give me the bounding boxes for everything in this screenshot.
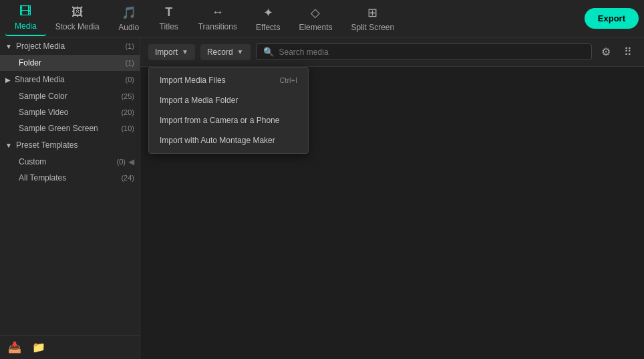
search-icon: 🔍 — [263, 47, 274, 57]
sidebar-item-custom[interactable]: Custom (0) ◀ — [0, 154, 140, 170]
split-screen-icon: ⊞ — [367, 5, 377, 20]
media-icon: 🎞 — [19, 5, 31, 19]
nav-item-elements[interactable]: ◇ Elements — [289, 1, 341, 36]
sidebar-section-preset-templates[interactable]: ▼ Preset Templates — [0, 136, 140, 154]
effects-icon: ✦ — [263, 5, 273, 20]
top-nav: 🎞 Media 🖼 Stock Media 🎵 Audio T Titles ↔… — [0, 0, 644, 37]
grid-view-button[interactable]: ⠿ — [620, 43, 636, 61]
arrow-down-icon-2: ▼ — [5, 142, 12, 149]
sidebar-item-all-templates[interactable]: All Templates (24) — [0, 170, 140, 186]
titles-icon: T — [165, 5, 172, 19]
sidebar-section-shared-media[interactable]: ▶ Shared Media (0) — [0, 71, 140, 88]
import-camera-phone-item[interactable]: Import from a Camera or a Phone — [149, 110, 308, 130]
nav-item-media[interactable]: 🎞 Media — [5, 1, 46, 36]
new-folder-button[interactable]: 📁 — [32, 341, 45, 354]
record-button[interactable]: Record ▼ — [200, 44, 251, 60]
filter-button[interactable]: ⚙ — [597, 43, 615, 61]
sidebar-section-project-media[interactable]: ▼ Project Media (1) — [0, 37, 140, 55]
record-chevron-icon: ▼ — [237, 48, 244, 55]
import-chevron-icon: ▼ — [182, 48, 188, 55]
nav-item-effects[interactable]: ✦ Effects — [247, 1, 289, 36]
add-media-button[interactable]: 📥 — [8, 341, 21, 354]
nav-item-stock-media[interactable]: 🖼 Stock Media — [46, 1, 109, 35]
stock-media-icon: 🖼 — [71, 5, 84, 19]
elements-icon: ◇ — [311, 5, 320, 20]
export-button[interactable]: Export — [585, 8, 639, 29]
sidebar-item-sample-green-screen[interactable]: Sample Green Screen (10) — [0, 120, 140, 136]
search-bar: 🔍 — [256, 43, 592, 60]
nav-item-audio[interactable]: 🎵 Audio — [109, 1, 149, 36]
audio-icon: 🎵 — [122, 5, 136, 20]
chevron-left-icon: ◀ — [128, 157, 134, 166]
nav-item-transitions[interactable]: ↔ Transitions — [189, 1, 247, 35]
import-media-files-item[interactable]: Import Media Files Ctrl+I — [149, 70, 308, 90]
sidebar-footer: 📥 📁 — [0, 335, 140, 359]
import-button[interactable]: Import ▼ — [148, 44, 195, 60]
sidebar-item-folder[interactable]: Folder (1) — [0, 55, 140, 71]
arrow-down-icon: ▼ — [5, 43, 12, 50]
nav-item-titles[interactable]: T Titles — [149, 1, 189, 35]
sidebar-item-sample-video[interactable]: Sample Video (20) — [0, 104, 140, 120]
content-area: Import ▼ Record ▼ 🔍 ⚙ ⠿ Import Media Fil… — [140, 37, 644, 359]
nav-item-split-screen[interactable]: ⊞ Split Screen — [341, 1, 404, 36]
main-layout: ▼ Project Media (1) Folder (1) ▶ Shared … — [0, 37, 644, 359]
sidebar: ▼ Project Media (1) Folder (1) ▶ Shared … — [0, 37, 140, 359]
search-input[interactable] — [279, 47, 585, 57]
sidebar-item-sample-color[interactable]: Sample Color (25) — [0, 88, 140, 104]
import-auto-montage-item[interactable]: Import with Auto Montage Maker — [149, 130, 308, 150]
import-media-folder-item[interactable]: Import a Media Folder — [149, 90, 308, 110]
arrow-right-icon: ▶ — [5, 76, 11, 84]
import-dropdown-menu: Import Media Files Ctrl+I Import a Media… — [148, 67, 309, 154]
toolbar: Import ▼ Record ▼ 🔍 ⚙ ⠿ Import Media Fil… — [140, 37, 644, 67]
transitions-icon: ↔ — [212, 5, 224, 19]
